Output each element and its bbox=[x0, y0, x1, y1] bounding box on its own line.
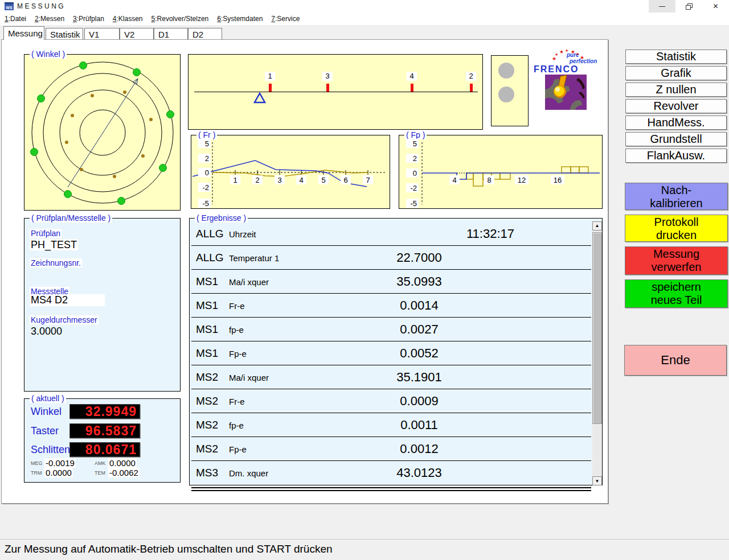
axis-display-winkel: 32.9949 bbox=[69, 404, 140, 419]
menu-item-pr-fplan[interactable]: 3:Prüfplan bbox=[73, 15, 104, 23]
logo-star-icon: ★ bbox=[571, 50, 575, 54]
aktuell-panel: ( aktuell ) Winkel32.9949Taster96.5837Sc… bbox=[24, 398, 181, 483]
compensation-trm: TRM0.0000 bbox=[31, 468, 73, 478]
scrollbar-thumb[interactable] bbox=[592, 232, 602, 424]
nav-button-revolver[interactable]: Revolver bbox=[625, 99, 727, 113]
menu-item-revolver-stelzen[interactable]: 5:Revolver/Stelzen bbox=[151, 15, 209, 23]
result-name: Fr-e bbox=[229, 397, 245, 406]
tab-v2[interactable]: V2 bbox=[120, 28, 154, 40]
frenco-logo: pure perfection FRENCO ★★★★★★★ bbox=[533, 48, 601, 110]
result-row[interactable]: MS2Fp-e0.0012 bbox=[191, 437, 591, 461]
close-button[interactable]: ✕ bbox=[702, 0, 729, 13]
logo-star-icon: ★ bbox=[565, 48, 568, 53]
compensation-value: -0.0062 bbox=[108, 468, 140, 477]
status-lamp-panel bbox=[491, 55, 529, 126]
svg-text:5: 5 bbox=[413, 139, 417, 148]
tab-d1[interactable]: D1 bbox=[154, 28, 188, 40]
tab-d2[interactable]: D2 bbox=[188, 28, 222, 40]
compensation-amk: AMK0.0000 bbox=[95, 458, 137, 468]
action-button-nach[interactable]: Nach-kalibrieren bbox=[625, 183, 728, 210]
nav-button-znullen[interactable]: Z nullen bbox=[625, 83, 727, 97]
results-scrollbar[interactable]: ▲ ▼ bbox=[592, 221, 602, 485]
action-button-messung[interactable]: Messungverwerfen bbox=[625, 246, 728, 275]
result-name: Ma/i xquer bbox=[229, 277, 269, 287]
nav-button-handmess[interactable]: HandMess. bbox=[625, 116, 727, 130]
action-button-protokoll[interactable]: Protokolldrucken bbox=[625, 215, 728, 242]
ende-button[interactable]: Ende bbox=[624, 345, 727, 376]
result-group: MS3 bbox=[196, 467, 218, 479]
application-window: WS MESSUNG ✕ 1:Datei2:Messen3:Prüfplan4:… bbox=[0, 0, 729, 560]
close-icon: ✕ bbox=[712, 2, 718, 10]
menu-item-systemdaten[interactable]: 6:Systemdaten bbox=[217, 15, 263, 23]
result-row[interactable]: MS1Ma/i xquer35.0993 bbox=[191, 270, 591, 294]
result-row[interactable]: MS2Fr-e0.0009 bbox=[191, 389, 591, 413]
pruefplan-label: Prüfplan bbox=[30, 229, 62, 238]
tab-v1[interactable]: V1 bbox=[84, 28, 120, 40]
compensation-value: -0.0019 bbox=[44, 458, 76, 468]
result-value: 43.0123 bbox=[334, 466, 505, 480]
fp-chart: 520-2-5481216 bbox=[399, 135, 602, 211]
result-group: MS2 bbox=[196, 443, 218, 455]
scroll-up-button[interactable]: ▲ bbox=[592, 221, 602, 230]
svg-text:8: 8 bbox=[487, 176, 491, 184]
tab-messung[interactable]: Messung bbox=[3, 26, 44, 40]
logo-star-icon: ★ bbox=[576, 52, 579, 56]
result-row[interactable]: MS2fp-e0.0011 bbox=[191, 413, 591, 437]
menu-item-service[interactable]: 7:Service bbox=[271, 15, 300, 23]
restore-icon bbox=[686, 3, 693, 10]
svg-text:2: 2 bbox=[205, 154, 209, 163]
compensation-label: TEM bbox=[95, 470, 108, 476]
menu-item-datei[interactable]: 1:Datei bbox=[5, 15, 26, 23]
minimize-icon bbox=[659, 6, 665, 7]
svg-text:4: 4 bbox=[452, 176, 456, 184]
result-row[interactable]: MS1Fp-e0.0052 bbox=[191, 341, 591, 365]
window-title: MESSUNG bbox=[17, 2, 65, 10]
result-value: 0.0009 bbox=[334, 394, 505, 409]
messstelle-field[interactable]: MS4 D2 bbox=[30, 294, 105, 306]
result-row[interactable]: ALLGUhrzeit11:32:17 bbox=[191, 222, 591, 246]
menu-item-messen[interactable]: 2:Messen bbox=[35, 15, 64, 23]
menu-item-klassen[interactable]: 4:Klassen bbox=[113, 15, 143, 23]
result-group: MS2 bbox=[196, 371, 218, 384]
pruefplan-legend: ( Prüfplan/Messstelle ) bbox=[30, 213, 112, 223]
nav-button-flankausw[interactable]: FlankAusw. bbox=[625, 149, 727, 163]
svg-text:2: 2 bbox=[255, 176, 259, 184]
result-row[interactable]: MS1Fr-e0.0014 bbox=[191, 294, 591, 318]
results-separator-line-1 bbox=[191, 487, 591, 488]
svg-text:2: 2 bbox=[413, 154, 417, 163]
result-value: 0.0012 bbox=[334, 442, 505, 456]
result-row[interactable]: MS2Ma/i xquer35.1901 bbox=[191, 365, 591, 389]
tab-statistik[interactable]: Statistik bbox=[46, 28, 83, 40]
logo-brand-text: FRENCO bbox=[534, 64, 579, 75]
result-name: Ma/i xquer bbox=[229, 373, 269, 382]
minimize-button[interactable] bbox=[649, 0, 675, 13]
result-value: 35.0993 bbox=[334, 274, 505, 289]
result-row[interactable]: MS3Dm. xquer43.0123 bbox=[191, 461, 591, 485]
title-bar: WS MESSUNG ✕ bbox=[0, 0, 729, 13]
aktuell-legend: ( aktuell ) bbox=[30, 394, 66, 403]
svg-text:-2: -2 bbox=[410, 184, 417, 192]
position-pointer bbox=[189, 55, 484, 129]
logo-star-icon: ★ bbox=[580, 55, 584, 60]
action-button-speichern[interactable]: speichernneues Teil bbox=[625, 279, 728, 308]
tab-bar: MessungStatistikV1V2D1D2 bbox=[0, 25, 729, 40]
nav-button-statistik[interactable]: Statistik bbox=[625, 50, 727, 64]
result-value: 11:32:17 bbox=[442, 227, 539, 241]
statusbar-separator bbox=[0, 539, 729, 540]
nav-button-grundstell[interactable]: Grundstell bbox=[625, 132, 727, 146]
result-name: Fr-e bbox=[229, 301, 245, 311]
result-row[interactable]: ALLGTemperatur 122.7000 bbox=[191, 246, 591, 270]
fp-chart-panel: ( Fp ) 520-2-5481216 bbox=[399, 135, 603, 209]
result-value: 0.0027 bbox=[334, 322, 505, 337]
result-group: ALLG bbox=[196, 228, 224, 240]
nav-button-grafik[interactable]: Grafik bbox=[625, 66, 727, 80]
winkel-chart bbox=[24, 55, 180, 210]
result-value: 0.0014 bbox=[334, 298, 505, 313]
compensation-meg: MEG-0.0019 bbox=[31, 458, 76, 468]
scroll-down-button[interactable]: ▼ bbox=[592, 476, 602, 485]
result-name: Fp-e bbox=[229, 349, 247, 359]
status-lamp-1 bbox=[498, 63, 514, 79]
restore-button[interactable] bbox=[675, 0, 702, 13]
axis-value: 80.0671 bbox=[70, 443, 140, 456]
result-row[interactable]: MS1fp-e0.0027 bbox=[191, 318, 591, 341]
